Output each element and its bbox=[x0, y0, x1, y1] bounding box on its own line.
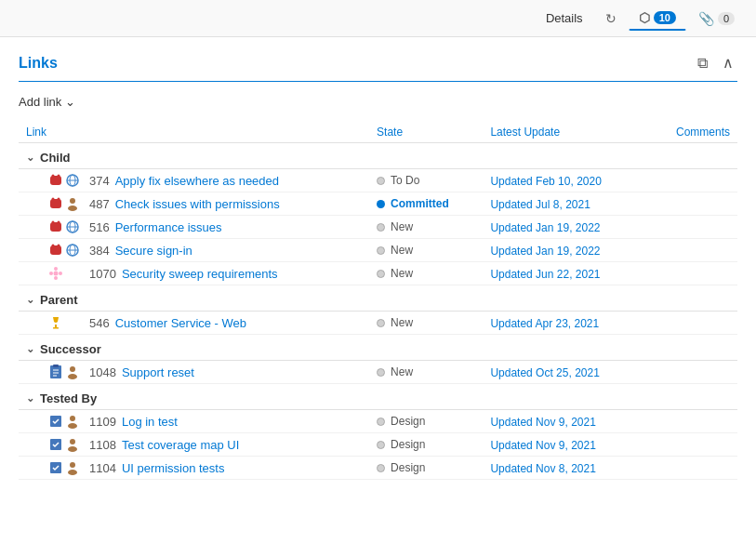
links-actions: ⧉ ∧ bbox=[694, 52, 737, 73]
item-icon bbox=[48, 365, 63, 379]
svg-rect-6 bbox=[50, 199, 61, 208]
state-label: New bbox=[391, 316, 413, 329]
add-link-label: Add link bbox=[19, 95, 61, 109]
links-title: Links bbox=[19, 55, 58, 72]
comments-cell bbox=[647, 433, 737, 457]
links-table: Link State Latest Update Comments ⌄ Chil… bbox=[19, 122, 737, 480]
history-button[interactable]: ↻ bbox=[595, 7, 627, 31]
link-id: 1104 bbox=[89, 461, 116, 475]
link-id: 1070 bbox=[89, 267, 116, 281]
col-link-header: Link bbox=[19, 122, 369, 143]
table-header-row: Link State Latest Update Comments bbox=[19, 122, 737, 143]
svg-rect-28 bbox=[55, 325, 57, 327]
add-link-button[interactable]: Add link ⌄ bbox=[19, 91, 75, 113]
item-icon bbox=[65, 460, 80, 475]
comments-cell bbox=[647, 361, 737, 384]
state-label: New bbox=[391, 365, 413, 378]
link-id: 1109 bbox=[89, 415, 116, 429]
svg-rect-0 bbox=[50, 176, 61, 185]
comments-cell bbox=[647, 169, 737, 192]
table-row: 1109 Log in test Design Updated Nov 9, 2… bbox=[19, 410, 737, 433]
link-id: 1108 bbox=[89, 438, 116, 452]
state-dot bbox=[377, 418, 385, 426]
svg-point-36 bbox=[68, 374, 77, 379]
group-row: ⌄ Parent bbox=[19, 285, 737, 312]
expand-button[interactable]: ⧉ bbox=[694, 53, 711, 73]
link-text[interactable]: Secure sign-in bbox=[115, 244, 192, 258]
add-link-chevron-icon: ⌄ bbox=[65, 95, 75, 109]
comments-cell bbox=[647, 262, 737, 285]
update-date: Updated Oct 25, 2021 bbox=[490, 366, 599, 379]
item-icon bbox=[48, 437, 63, 452]
link-id: 516 bbox=[89, 220, 110, 234]
item-icon bbox=[48, 173, 63, 188]
links-panel: Links ⧉ ∧ Add link ⌄ Link State Latest U… bbox=[0, 37, 756, 495]
item-icon bbox=[65, 243, 80, 258]
update-date: Updated Nov 8, 2021 bbox=[490, 462, 595, 475]
state-label: Design bbox=[391, 438, 425, 451]
update-date: Updated Nov 9, 2021 bbox=[490, 416, 595, 429]
links-icon: ⬡ bbox=[639, 10, 650, 25]
item-icon bbox=[65, 437, 80, 452]
link-text[interactable]: Support reset bbox=[122, 365, 194, 379]
link-text[interactable]: Customer Service - Web bbox=[115, 316, 246, 330]
svg-point-27 bbox=[59, 272, 62, 275]
comments-cell bbox=[647, 457, 737, 480]
collapse-icon: ∧ bbox=[723, 55, 734, 71]
history-icon: ↻ bbox=[605, 11, 617, 26]
state-dot bbox=[377, 223, 385, 232]
update-date: Updated Jul 8, 2021 bbox=[490, 198, 590, 211]
state-label: New bbox=[391, 220, 413, 233]
attachments-button[interactable]: 📎 0 bbox=[688, 7, 745, 31]
details-tab-button[interactable]: Details bbox=[536, 7, 593, 30]
svg-rect-30 bbox=[50, 365, 61, 378]
links-count-badge: 10 bbox=[654, 11, 676, 24]
table-row: 1048 Support reset New Updated Oct 25, 2… bbox=[19, 361, 737, 384]
link-text[interactable]: Log in test bbox=[122, 415, 178, 429]
svg-point-41 bbox=[70, 439, 75, 444]
state-dot bbox=[377, 246, 385, 255]
state-dot bbox=[377, 319, 385, 327]
link-id: 487 bbox=[89, 197, 110, 211]
svg-rect-11 bbox=[50, 222, 61, 232]
item-icon bbox=[48, 266, 63, 281]
item-icon bbox=[48, 414, 63, 429]
link-text[interactable]: UI permission tests bbox=[122, 461, 225, 475]
link-text[interactable]: Test coverage map UI bbox=[122, 438, 239, 452]
svg-point-8 bbox=[58, 198, 60, 201]
svg-point-24 bbox=[54, 267, 58, 271]
svg-point-23 bbox=[54, 272, 59, 276]
link-text[interactable]: Security sweep requirements bbox=[122, 267, 278, 281]
svg-rect-17 bbox=[50, 245, 61, 255]
item-icon bbox=[48, 243, 63, 258]
table-row: 1108 Test coverage map UI Design Updated… bbox=[19, 433, 737, 457]
state-dot bbox=[377, 270, 385, 278]
link-id: 374 bbox=[89, 174, 110, 188]
link-id: 1048 bbox=[89, 365, 116, 379]
comments-cell bbox=[647, 216, 737, 239]
table-row: 1070 Security sweep requirements New Upd… bbox=[19, 262, 737, 285]
svg-point-39 bbox=[68, 423, 77, 429]
item-icon bbox=[65, 365, 80, 379]
links-tab-button[interactable]: ⬡ 10 bbox=[629, 6, 686, 31]
chevron-icon: ⌄ bbox=[26, 343, 34, 355]
link-text[interactable]: Check issues with permissions bbox=[115, 197, 280, 211]
expand-icon: ⧉ bbox=[697, 55, 708, 71]
svg-point-2 bbox=[58, 175, 60, 178]
group-row: ⌄ Successor bbox=[19, 335, 737, 361]
chevron-icon: ⌄ bbox=[26, 392, 34, 404]
svg-point-26 bbox=[49, 272, 53, 275]
link-text[interactable]: Performance issues bbox=[115, 220, 222, 234]
state-dot bbox=[377, 200, 385, 208]
item-icon bbox=[48, 196, 63, 211]
collapse-button[interactable]: ∧ bbox=[719, 52, 737, 73]
state-label: Design bbox=[391, 461, 425, 474]
state-label: Design bbox=[391, 415, 425, 428]
links-header: Links ⧉ ∧ bbox=[19, 52, 737, 82]
state-label: New bbox=[391, 267, 413, 280]
svg-point-12 bbox=[52, 221, 55, 224]
details-label: Details bbox=[546, 11, 583, 25]
link-text[interactable]: Apply fix elsewhere as needed bbox=[115, 174, 279, 188]
col-latest-update-header: Latest Update bbox=[483, 122, 647, 143]
group-label: Parent bbox=[40, 293, 77, 307]
